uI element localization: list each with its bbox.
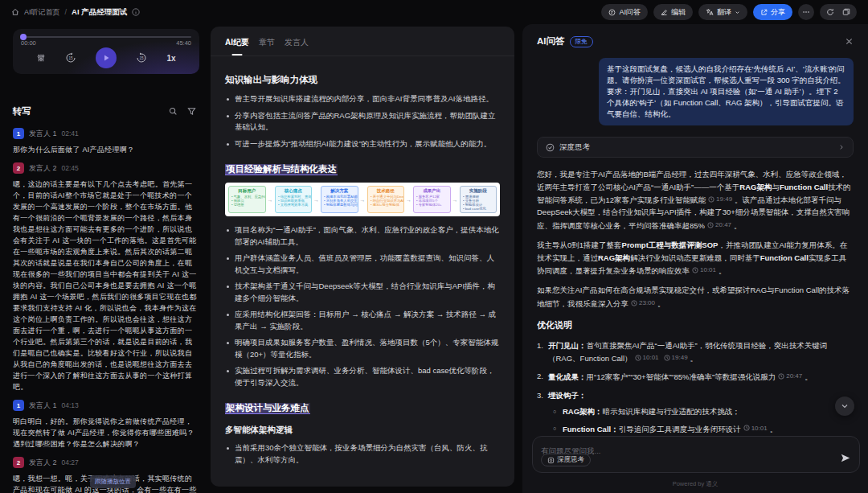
timestamp-chip[interactable]: 19:49 [708,193,732,206]
ai-qa-button[interactable]: AI问答 [601,4,648,20]
transcript-entry-header: 2发言人 204:27 [13,457,198,468]
breadcrumb: AI听记首页 / AI 产品经理面试 [11,7,140,18]
home-icon[interactable] [11,8,19,16]
answer-sub-list: RAG架构：暗示知识库构建与行业适配的技术挑战；Function Call：引导… [548,405,854,435]
breadcrumb-home[interactable]: AI听记首页 [24,7,60,18]
answer-paragraph: 我主导从0到1搭建了整套Prompt工程与数据评测SOP，并推动团队建立AI能力… [537,239,854,277]
timestamp-chip[interactable]: 10:01 [692,264,716,277]
breadcrumb-separator: / [65,8,68,16]
ai-answer: 您好，我是专注于AI产品落地的B端产品经理，过去四年深耕气象、水利、应急等政企领… [537,168,854,446]
deep-think-toggle[interactable]: 深度思考 [541,454,591,466]
flow-box-title: 解决方案 [324,188,355,194]
chevron-down-icon [735,10,740,15]
timestamp-chip[interactable]: 20:47 [707,219,731,232]
total-duration: 45:40 [176,39,191,47]
tab-ai-minutes[interactable]: AI纪要 [225,37,249,55]
timestamp-chip[interactable]: 23:00 [631,297,655,310]
flow-arrow-icon: → [360,197,366,203]
filter-icon[interactable] [187,107,196,116]
summary-tabs: AI纪要 章节 发言人 [211,27,514,55]
speaker-badge: 2 [13,162,24,174]
transcript-timestamp: 02:45 [62,164,79,172]
timestamp-chip[interactable]: 20:47 [778,370,802,383]
flow-box: 解决方案• 构建本地化部署AI辅助工具• 支持多角色人机交互• 智能体覆盖数据与… [321,186,358,213]
user-message-bubble: 基于这段面试复盘，候选人的自我介绍存在‘先传统后 AI’、‘流水账’的问题。请你… [599,58,854,125]
deep-think-icon [547,457,555,464]
summary-heading-link[interactable]: 项目经验解析与结构化表达 [225,161,500,175]
flow-box-title: 成果产出 [416,188,448,194]
panel-layout-icon[interactable] [842,8,850,16]
deep-think-collapsed-bar[interactable]: 深度思考 [537,137,854,158]
answer-sub-item: Function Call：引导追问多工具调度与业务闭环设计10:01。 [553,422,854,435]
more-actions-button[interactable] [798,4,814,20]
tab-chapters[interactable]: 章节 [259,37,275,55]
flow-box-title: 核心痛点 [278,188,309,194]
flow-box-title: 目标用户 [231,188,263,194]
flow-box-lines: • 服务客户12家• 落地项目5个• 专家智能体20+ [416,195,448,207]
rewind-15-icon[interactable]: 15 [65,52,76,64]
transcript-entry[interactable]: 1发言人 102:41那你为什么后面做了 AI产品经理啊？ [13,128,198,155]
answer-list-item: 开门见山：首句直接聚焦AI产品“一通AI助手”，弱化传统项目经验，突出技术关键词… [537,339,854,365]
flow-box: 成果产出• 服务客户12家• 落地项目5个• 专家智能体20+ [413,186,451,213]
flow-arrow-icon: → [452,197,458,203]
flow-box-lines: • 基于通义千问与Deepseek大模型• 结合行业知识库与API插件• 建30… [371,195,402,207]
search-icon[interactable] [169,107,178,116]
refresh-icon[interactable] [826,8,834,16]
flowchart-image[interactable]: 目标用户• 气象、水利、应急的政企人员• 值班员• 管理层→核心痛点• 信息检索… [225,183,500,216]
info-icon[interactable] [132,8,140,16]
pencil-icon [661,9,668,16]
transcript-title: 转写 [13,105,159,117]
transcript-entry[interactable]: 1发言人 104:13明白明白，好的。那你觉得说你之前做传统产品经理，现在突然转… [13,400,198,450]
speaker-badge: 2 [13,457,24,468]
elapsed-time: 00:00 [21,39,36,47]
speaker-badge: 1 [13,128,24,139]
tab-speakers[interactable]: 发言人 [285,37,309,55]
share-button[interactable]: 分享 [753,4,792,20]
answer-paragraph: 如果您关注AI产品如何在高合规场景实现稳定交付，或希望探讨RAG与Functio… [537,284,854,310]
summary-bullet: 用户群体涵盖业务人员、值班员及管理层，功能覆盖数据查询、知识问答、人机交互与文档… [225,253,500,276]
speaker-name: 发言人 1 [29,401,57,411]
timestamp-chip[interactable]: 19:49 [664,351,688,364]
play-button[interactable] [96,47,117,68]
answer-numbered-list: 开门见山：首句直接聚焦AI产品“一通AI助手”，弱化传统项目经验，突出技术关键词… [537,339,854,446]
edit-button[interactable]: 编辑 [653,4,693,20]
powered-by: Powered by 通义 [522,480,868,488]
flow-box: 实施阶段• 需求调研• 业务分析• 智能体设计• bad case优化 [460,186,497,213]
audio-settings-icon[interactable] [36,53,46,63]
send-icon[interactable] [841,454,850,462]
summary-bullet: 可进一步提炼为“推动组织AI能力建设”的主动性行为，展示赋能他人的能力。 [225,138,500,150]
forward-15-icon[interactable]: 15 [136,52,147,64]
summary-bullet: 当前采用30余个独立智能体，按业务场景细分为自然灾害（台风、防火、抗震）、水利等… [225,442,500,466]
chevron-right-icon [838,144,845,150]
close-icon[interactable] [845,37,854,46]
playback-speed[interactable]: 1x [166,54,175,63]
transcript-entry[interactable]: 2发言人 202:45嗯，这边的话主要是有以下几个点去考虑吧。首先第一个，目前的… [13,162,198,392]
speaker-name: 发言人 2 [29,163,57,174]
audio-player: 00:00 45:40 15 15 1x [13,29,199,74]
summary-bullet: 曾主导开展知识库搭建流程的内部分享，面向非AI背景同事普及AI落地路径。 [225,93,500,105]
share-icon [760,9,768,16]
flow-box: 技术路径• 基于通义千问与Deepseek大模型• 结合行业知识库与API插件•… [367,186,405,213]
transcript-text: 明白明白，好的。那你觉得说你之前做传统产品经理，现在突然转了做 AI产品经理，你… [13,416,198,450]
speaker-badge: 1 [13,400,24,411]
scroll-to-bottom-button[interactable] [835,396,854,416]
flow-arrow-icon: → [406,197,411,203]
svg-text:15: 15 [69,56,74,60]
flow-box-lines: • 需求调研• 业务分析• 智能体设计• bad case优化 [463,195,494,211]
summary-bullet: 分享内容包括主流问答产品的RAG架构原理及知识库实施流程，帮助团队建立基础认知。 [225,110,500,134]
follow-playback-pill[interactable]: 跟随播放位置 [90,475,136,488]
top-bar: AI听记首页 / AI 产品经理面试 AI问答 编辑 翻译 分享 [0,0,868,24]
summary-bullet: 应采用结构化框架回答：目标用户 → 核心痛点 → 解决方案 → 技术路径 → 成… [225,309,500,332]
summary-heading-link[interactable]: 架构设计与业务难点 [225,400,500,414]
timestamp-chip[interactable]: 10:01 [635,351,659,364]
speaker-name: 发言人 1 [29,129,57,139]
transcript-entry-header: 1发言人 104:13 [13,400,198,411]
flow-box: 核心痛点• 信息检索耗时、查询难• 知识获取效率低• 文档撰写效率不高 [275,186,313,213]
flow-arrow-icon: → [268,197,273,203]
progress-bar[interactable] [21,36,191,38]
summary-content: 知识输出与影响力体现曾主导开展知识库搭建流程的内部分享，面向非AI背景同事普及A… [211,56,514,467]
summary-bullet: 明确项目成果如服务客户数量、盈利情况、落地项目数（5个）、专家智能体规模（20+… [225,337,500,360]
summary-bullet: 项目名称为“一通AI助手”，面向气象、水利、应急行业的政企客户，提供本地化部署的… [225,224,500,248]
translate-button[interactable]: 翻译 [698,4,747,20]
timestamp-chip[interactable]: 10:01 [743,422,768,435]
